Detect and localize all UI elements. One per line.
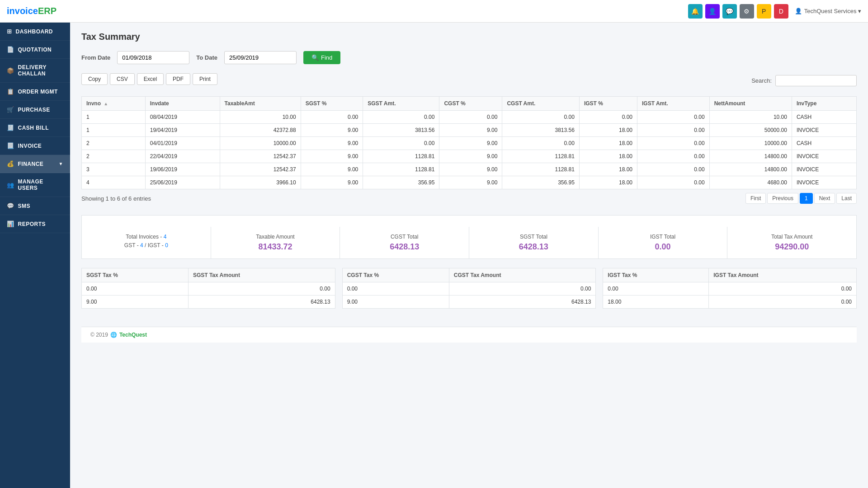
cell-invtype: INVOICE	[792, 163, 856, 176]
page-1-button[interactable]: 1	[800, 193, 813, 204]
last-page-button[interactable]: Last	[836, 193, 857, 204]
d-icon-button[interactable]: D	[774, 4, 788, 19]
cell-invno: 4	[82, 176, 146, 189]
cell-invno: 1	[82, 111, 146, 124]
cell-sgst-amt: 1128.81	[363, 150, 439, 163]
sidebar-item-reports[interactable]: 📊 REPORTS	[0, 215, 70, 233]
csv-button[interactable]: CSV	[110, 73, 135, 85]
gst-link[interactable]: 4	[140, 242, 143, 249]
delivery-icon: 📦	[7, 67, 14, 74]
chat-icon-button[interactable]: 💬	[722, 4, 737, 19]
cell-sgst-pct: 9.00	[301, 176, 363, 189]
quotation-icon: 📄	[7, 46, 14, 53]
sgst-row: 0.000.00	[82, 282, 335, 296]
pagination-info: Showing 1 to 6 of 6 entries	[81, 195, 151, 202]
copy-button[interactable]: Copy	[81, 73, 108, 85]
sgst-pct-cell: 0.00	[82, 282, 189, 296]
previous-page-button[interactable]: Previous	[767, 193, 798, 204]
order-icon: 📋	[7, 88, 14, 95]
bell-icon-button[interactable]: 🔔	[688, 4, 703, 19]
cell-nettamount: 14800.00	[709, 150, 792, 163]
to-date-label: To Date	[196, 54, 217, 61]
find-button[interactable]: 🔍 Find	[303, 51, 340, 64]
igst-link[interactable]: 0	[165, 242, 168, 249]
user-menu[interactable]: 👤 TechQuest Services ▾	[795, 8, 861, 14]
cell-cgst-pct: 9.00	[439, 176, 502, 189]
excel-button[interactable]: Excel	[137, 73, 164, 85]
total-invoices-link[interactable]: 4	[164, 234, 167, 240]
cell-cgst-amt: 1128.81	[502, 150, 580, 163]
page-title: Tax Summary	[81, 32, 857, 42]
taxable-amount-label: Taxable Amount	[216, 234, 335, 240]
dashboard-icon: ⊞	[7, 28, 12, 35]
cgst-pct-cell: 9.00	[342, 296, 449, 309]
cgst-breakdown-table: CGST Tax % CGST Tax Amount 0.000.009.006…	[342, 268, 596, 309]
export-buttons-row: Copy CSV Excel PDF Print	[81, 73, 217, 85]
col-invno[interactable]: Invno ▲	[82, 97, 146, 111]
pdf-button[interactable]: PDF	[166, 73, 190, 85]
sgst-total-label: SGST Total	[474, 234, 594, 240]
cell-sgst-pct: 9.00	[301, 124, 363, 137]
sidebar-item-cash-bill[interactable]: 🧾 CASH BILL	[0, 119, 70, 137]
col-cgst-pct[interactable]: CGST %	[439, 97, 502, 111]
sidebar-item-order-mgmt[interactable]: 📋 ORDER MGMT	[0, 83, 70, 101]
cell-cgst-amt: 0.00	[502, 111, 580, 124]
cgst-breakdown-table-wrapper: CGST Tax % CGST Tax Amount 0.000.009.006…	[342, 268, 596, 309]
cell-taxableamt: 12542.37	[220, 150, 301, 163]
cell-igst-pct: 18.00	[579, 137, 637, 150]
sidebar-label-order: ORDER MGMT	[18, 89, 58, 95]
sgst-breakdown-table: SGST Tax % SGST Tax Amount 0.000.009.006…	[81, 268, 335, 309]
user-icon-button[interactable]: 👤	[705, 4, 720, 19]
total-invoices-label: Total Invoices - 4	[86, 234, 206, 240]
cell-invno: 2	[82, 137, 146, 150]
sidebar-label-dashboard: DASHBOARD	[16, 28, 53, 35]
sidebar-item-invoice[interactable]: 📃 INVOICE	[0, 137, 70, 155]
to-date-input[interactable]	[224, 51, 297, 64]
col-igst-pct[interactable]: IGST %	[579, 97, 637, 111]
sidebar-item-manage-users[interactable]: 👥 MANAGE USERS	[0, 173, 70, 197]
col-sgst-amt[interactable]: SGST Amt.	[363, 97, 439, 111]
total-invoices-card: Total Invoices - 4 GST - 4 / IGST - 0	[82, 227, 211, 258]
col-igst-amt[interactable]: IGST Amt.	[637, 97, 709, 111]
col-invdate[interactable]: Invdate	[145, 97, 220, 111]
col-sgst-pct[interactable]: SGST %	[301, 97, 363, 111]
col-nettamount[interactable]: NettAmount	[709, 97, 792, 111]
cell-cgst-amt: 0.00	[502, 137, 580, 150]
cell-sgst-amt: 3813.56	[363, 124, 439, 137]
search-input[interactable]	[775, 75, 857, 86]
print-button[interactable]: Print	[193, 73, 217, 85]
settings-icon-button[interactable]: ⚙	[740, 4, 754, 19]
col-invtype[interactable]: InvType	[792, 97, 856, 111]
cell-taxableamt: 3966.10	[220, 176, 301, 189]
first-page-button[interactable]: First	[745, 193, 766, 204]
cell-igst-pct: 18.00	[579, 124, 637, 137]
col-cgst-amt[interactable]: CGST Amt.	[502, 97, 580, 111]
sidebar-item-finance[interactable]: 💰 FINANCE ▼	[0, 155, 70, 173]
finance-icon: 💰	[7, 160, 14, 167]
sidebar-item-sms[interactable]: 💬 SMS	[0, 197, 70, 215]
cell-taxableamt: 10000.00	[220, 137, 301, 150]
next-page-button[interactable]: Next	[814, 193, 835, 204]
cell-invdate: 25/06/2019	[145, 176, 220, 189]
cell-nettamount: 10.00	[709, 111, 792, 124]
col-taxableamt[interactable]: TaxableAmt	[220, 97, 301, 111]
page-buttons: First Previous 1 Next Last	[745, 193, 857, 204]
igst-pct-cell: 18.00	[603, 296, 709, 309]
user-name: TechQuest Services ▾	[804, 8, 861, 14]
sidebar-item-quotation[interactable]: 📄 QUOTATION	[0, 41, 70, 59]
cell-invdate: 08/04/2019	[145, 111, 220, 124]
sidebar-item-delivery-challan[interactable]: 📦 DELIVERY CHALLAN	[0, 59, 70, 83]
sidebar-item-purchase[interactable]: 🛒 PURCHASE	[0, 101, 70, 119]
total-tax-value: 94290.00	[732, 242, 852, 252]
cell-invdate: 22/04/2019	[145, 150, 220, 163]
cell-igst-amt: 0.00	[637, 124, 709, 137]
from-date-input[interactable]	[117, 51, 189, 64]
igst-pct-cell: 0.00	[603, 282, 709, 296]
top-icon-bar: 🔔 👤 💬 ⚙ P D 👤 TechQuest Services ▾	[688, 4, 861, 19]
p-icon-button[interactable]: P	[757, 4, 771, 19]
cell-invtype: INVOICE	[792, 150, 856, 163]
cell-cgst-pct: 9.00	[439, 124, 502, 137]
igst-row: 0.000.00	[603, 282, 857, 296]
igst-col1: IGST Tax %	[603, 268, 709, 282]
sidebar-item-dashboard[interactable]: ⊞ DASHBOARD	[0, 23, 70, 41]
